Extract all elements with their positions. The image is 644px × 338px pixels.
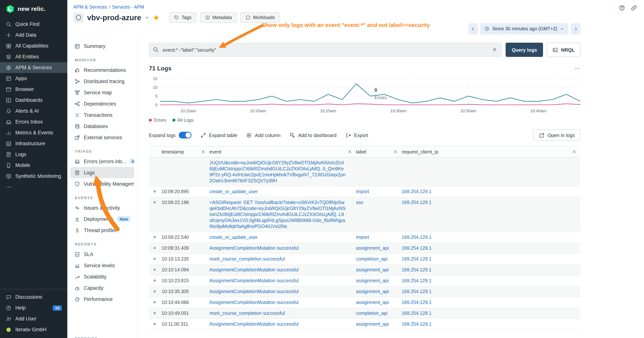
event-link[interactable]: AssignmentCompletionMutation successful [210,289,299,294]
favorite-star-icon[interactable] [153,14,160,21]
sidebar-more[interactable] [0,182,67,192]
row-select-icon[interactable] [152,257,158,261]
ip-link[interactable]: 169.254.129.1 [402,278,432,283]
column-header-request-client-ip[interactable]: request_client_ip [402,149,580,155]
ip-link[interactable]: 169.254.129.1 [402,311,432,316]
new-relic-logo[interactable]: new relic. [0,0,67,18]
table-row[interactable]: 10:10:23.815AssignmentCompletionMutation… [149,275,580,286]
clear-search-icon[interactable] [492,47,498,52]
subnav-item-issues-activity[interactable]: Issues & activity [70,202,134,213]
sidebar-item-synthetic-monitoring[interactable]: Synthetic Monitoring [0,171,67,182]
sidebar-item-add-data[interactable]: Add Data [0,30,67,41]
time-forward-button[interactable] [571,23,580,35]
table-row[interactable]: 10:09:22.540create_or_update_userimport1… [149,232,580,243]
event-link[interactable]: mark_course_completion successful [210,311,285,316]
remove-column-icon[interactable] [201,149,206,154]
sidebar-item-all-capabilities[interactable]: All Capabilities [0,41,67,51]
event-link[interactable]: create_or_update_user [210,235,258,240]
sidebar-item-all-entities[interactable]: All Entities [0,51,67,62]
remove-column-icon[interactable] [572,149,577,154]
row-select-icon[interactable] [152,311,158,315]
row-select-icon[interactable] [152,246,158,250]
toggle-on-icon[interactable] [178,132,191,139]
entity-chevron-down-icon[interactable] [144,15,150,20]
row-select-icon[interactable] [152,268,158,272]
export-button[interactable]: Export [346,132,368,138]
table-row[interactable]: 10:10:35.305AssignmentCompletionMutation… [149,286,580,297]
subnav-item-distributed-tracing[interactable]: Distributed tracing [70,76,134,87]
row-select-icon[interactable] [152,322,158,326]
subnav-item-scalability[interactable]: Scalability [70,271,134,282]
subnav-item-service-levels[interactable]: Service levels [70,260,134,271]
ip-link[interactable]: 169.254.129.1 [402,289,432,294]
sidebar-item-browser[interactable]: Browser [0,84,67,95]
subnav-item-transactions[interactable]: Transactions [70,109,134,121]
ip-link[interactable]: 169.254.129.1 [402,245,432,251]
sidebar-item-metrics-events[interactable]: Metrics & Events [0,127,67,138]
label-link[interactable]: assignment_api [356,321,389,327]
row-select-icon[interactable] [152,200,158,204]
breadcrumb-link-apm-services[interactable]: APM & Services [73,5,107,10]
table-row[interactable]: 10:09:31.439AssignmentCompletionMutation… [149,243,580,254]
sidebar-footer-item-iterativ-gmbh[interactable]: Iterativ GmbH [0,324,67,335]
label-link[interactable]: sso [356,200,363,205]
subnav-item-sla[interactable]: SLA [70,248,134,260]
nrql-button[interactable]: NRQL [547,43,580,57]
subnav-item-logs[interactable]: Logs [70,167,134,178]
table-row[interactable]: 10:09:20.895create_or_update_userimport1… [149,186,580,197]
sidebar-item-dashboards[interactable]: Dashboards [0,95,67,106]
legend-item-errors[interactable]: Errors [149,118,166,123]
table-row[interactable]: 10:10:14.094AssignmentCompletionMutation… [149,265,580,275]
ip-link[interactable]: 169.254.129.1 [402,256,432,262]
event-link[interactable]: create_or_update_user [210,189,258,194]
sidebar-item-mobile[interactable]: Mobile [0,160,67,171]
time-back-button[interactable] [468,23,478,35]
workloads-button[interactable]: Workloads [240,12,280,23]
label-link[interactable]: assignment_api [356,289,389,294]
table-row[interactable]: 10:11:00.311AssignmentCompletionMutation… [149,319,580,330]
time-range-button[interactable]: Since 30 minutes ago (GMT+2) [480,23,568,35]
label-link[interactable]: assignment_api [356,300,389,305]
table-row[interactable]: 10:09:22.196<ASGIRequest: GET '/sso/call… [149,197,580,232]
subnav-item-dependencies[interactable]: Dependencies [70,98,134,109]
row-select-icon[interactable] [152,289,158,293]
open-in-logs-button[interactable]: Open in logs [533,130,580,141]
label-link[interactable]: import [356,235,369,240]
row-select-icon[interactable] [152,300,158,304]
ip-link[interactable]: 169.254.129.1 [402,235,432,240]
help-icon[interactable] [618,5,625,11]
table-row[interactable]: 10:10:49.051mark_course_completion succe… [149,308,580,319]
ip-link[interactable]: 169.254.129.1 [402,200,432,205]
event-link[interactable]: AssignmentCompletionMutation successful [210,278,299,283]
row-select-icon[interactable] [152,235,158,239]
event-link[interactable]: mark_course_completion successful [210,256,285,262]
row-select-icon[interactable] [152,278,158,283]
event-link[interactable]: <ASGIRequest: GET '/sso/callback/?state=… [210,200,345,229]
label-link[interactable]: assignment_api [356,278,389,283]
label-link[interactable]: completion_api [356,256,388,262]
event-link[interactable]: AssignmentCompletionMutation successful [210,321,299,327]
remove-column-icon[interactable] [348,149,352,154]
ip-link[interactable]: 169.254.129.1 [402,189,432,194]
column-header-timestamp[interactable]: timestamp [162,149,210,155]
label-link[interactable]: import [356,189,369,194]
row-select-icon[interactable] [152,189,158,193]
subnav-item-capacity[interactable]: Capacity [70,282,134,293]
sidebar-item-apm-services[interactable]: APM & Services [0,62,67,73]
query-logs-button[interactable]: Query logs [506,43,543,57]
subnav-item-deployments[interactable]: DeploymentsNew [70,213,134,225]
subnav-item-summary[interactable]: Summary [70,41,134,52]
more-options-icon[interactable] [574,66,580,72]
subnav-item-service-map[interactable]: Service map [70,87,134,98]
legend-item-all-logs[interactable]: All Logs [172,118,193,123]
event-link[interactable]: JUQVU&code=eyJraWQiOiJjcGltY29yZV8wOTl1M… [210,160,346,183]
label-link[interactable]: completion_api [356,311,388,316]
sidebar-footer-item-discussions[interactable]: Discussions [0,291,67,302]
subnav-item-performance[interactable]: Performance [70,293,134,305]
ip-link[interactable]: 169.254.129.1 [402,300,432,305]
expand-logs-toggle[interactable]: Expand logs [149,132,191,139]
sidebar-item-errors-inbox[interactable]: Errors Inbox [0,116,67,127]
event-link[interactable]: AssignmentCompletionMutation successful [210,267,299,272]
sidebar-item-alerts-ai[interactable]: Alerts & AI [0,106,67,116]
label-link[interactable]: assignment_api [356,267,389,272]
